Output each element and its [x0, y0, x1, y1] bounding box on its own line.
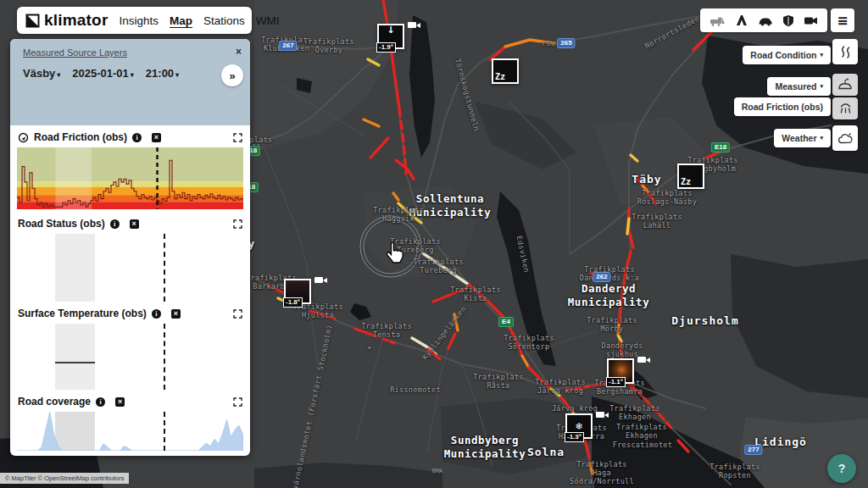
measured-source-layers-panel: Measured Source Layers × Väsby▾ 2025-01-…: [10, 39, 250, 456]
sleep-station-marker[interactable]: Zz: [492, 58, 519, 84]
nav-item-insights[interactable]: Insights: [120, 14, 159, 27]
road-friction-layer-label[interactable]: Road Friction (obs): [734, 97, 831, 116]
chevron-down-icon: ▾: [820, 135, 823, 141]
remove-layer-icon[interactable]: ×: [171, 309, 181, 319]
info-icon[interactable]: i: [110, 219, 120, 229]
vehicle-icon[interactable]: [758, 15, 773, 26]
expand-icon[interactable]: [233, 397, 242, 407]
panel-header: Measured Source Layers × Väsby▾ 2025-01-…: [10, 39, 250, 125]
chevron-down-icon: ▾: [820, 52, 823, 58]
video-camera-icon: [596, 412, 604, 418]
measured-dropdown[interactable]: Measured▾: [767, 77, 831, 96]
section-road-status: Road Status (obs) i ×: [10, 217, 250, 302]
nav-item-wmi[interactable]: WMI: [256, 14, 280, 27]
panel-title-link[interactable]: Measured Source Layers: [23, 47, 127, 58]
snowflake-icon: ❄: [575, 422, 582, 431]
road-status-chart[interactable]: [17, 234, 243, 302]
chevron-down-icon: ▾: [57, 71, 60, 79]
nav-item-stations[interactable]: Stations: [203, 14, 245, 27]
section-title: Road coverage: [18, 396, 91, 408]
info-icon[interactable]: i: [132, 133, 142, 142]
sleep-mode-label: Zz: [495, 72, 505, 81]
road-condition-dropdown[interactable]: Road Condition▾: [743, 46, 831, 64]
chevron-down-icon: ▾: [131, 71, 134, 79]
friction-grip-icon: [838, 102, 853, 115]
nav-item-map[interactable]: Map: [170, 14, 192, 27]
camera-station-marker[interactable]: -1.1°: [607, 358, 634, 384]
road-hazard-icon[interactable]: [735, 14, 748, 26]
klimator-brand[interactable]: klimator: [25, 11, 108, 30]
info-icon[interactable]: i: [96, 397, 105, 407]
brand-text: klimator: [44, 11, 108, 30]
skid-marks-icon: [838, 45, 852, 58]
camera-station-marker[interactable]: ❄-1.3°: [565, 413, 593, 439]
remove-layer-icon[interactable]: ×: [115, 397, 125, 407]
camera-station-marker[interactable]: ↓-1.9°: [377, 24, 404, 49]
road-friction-layer-toggle[interactable]: [832, 97, 858, 119]
expand-icon[interactable]: [233, 133, 242, 142]
remove-layer-icon[interactable]: ×: [130, 219, 139, 229]
date-dropdown[interactable]: 2025-01-01▾: [72, 67, 134, 80]
weather-layer-toggle[interactable]: [832, 125, 858, 151]
section-road-coverage: Road coverage i ×: [10, 395, 250, 451]
map-layers-toolbar: [700, 8, 827, 32]
sleep-mode-label: Zz: [681, 177, 691, 186]
section-surface-temperature: Surface Temperature (obs) i ×: [10, 307, 250, 390]
surface-temperature-chart[interactable]: [17, 324, 243, 390]
arrow-down-icon: ↓: [387, 25, 394, 35]
temperature-badge: -1.3°: [565, 432, 584, 442]
remove-layer-icon[interactable]: ×: [152, 133, 161, 142]
sensor-vehicle-icon: [837, 78, 853, 92]
road-coverage-chart[interactable]: [17, 412, 243, 451]
camera-icon[interactable]: [804, 16, 818, 25]
video-camera-icon: [637, 357, 646, 363]
expand-icon[interactable]: [233, 219, 242, 229]
menu-button[interactable]: ≡: [831, 8, 854, 32]
road-condition-layer-toggle[interactable]: [832, 39, 858, 64]
shield-icon[interactable]: [782, 14, 794, 27]
video-camera-icon: [408, 22, 416, 28]
chevron-down-icon: ▾: [820, 83, 823, 90]
map-attribution[interactable]: © MapTiler © OpenStreetMap contributors: [0, 473, 129, 484]
panel-expand-button[interactable]: »: [221, 64, 243, 86]
section-title: Road Friction (obs): [34, 131, 127, 143]
help-button[interactable]: ?: [827, 454, 856, 483]
camera-station-marker[interactable]: -1.8°: [284, 279, 311, 304]
temperature-badge: -1.8°: [283, 297, 303, 308]
sleep-station-marker[interactable]: Zz: [677, 164, 704, 189]
panel-close-icon[interactable]: ×: [236, 46, 242, 58]
measured-layer-toggle[interactable]: [832, 74, 858, 96]
location-dropdown[interactable]: Väsby▾: [23, 67, 60, 80]
temperature-badge: -1.1°: [606, 377, 626, 387]
cloud-icon: [837, 132, 853, 145]
weather-dropdown[interactable]: Weather▾: [774, 129, 831, 147]
locate-target-icon: [18, 132, 29, 143]
snowplow-icon[interactable]: [709, 14, 726, 27]
time-dropdown[interactable]: 21:00▾: [146, 67, 179, 80]
top-nav-bar: klimator Insights Map Stations WMI: [17, 7, 252, 34]
road-friction-chart[interactable]: [17, 147, 243, 209]
temperature-badge: -1.9°: [376, 42, 396, 53]
expand-icon[interactable]: [233, 309, 242, 319]
klimator-logo-icon: [25, 14, 40, 28]
section-road-friction: Road Friction (obs) i ×: [10, 130, 250, 209]
section-title: Road Status (obs): [18, 218, 105, 230]
info-icon[interactable]: i: [152, 309, 161, 319]
video-camera-icon: [314, 277, 323, 283]
chevron-down-icon: ▾: [175, 71, 179, 79]
hamburger-icon: ≡: [837, 13, 848, 29]
section-title: Surface Temperature (obs): [18, 308, 147, 319]
